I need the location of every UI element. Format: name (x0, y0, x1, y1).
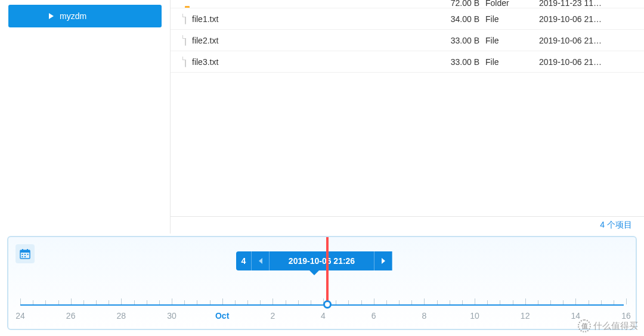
svg-rect-6 (24, 254, 26, 255)
svg-rect-8 (22, 256, 23, 257)
ruler-ticks (20, 297, 624, 304)
file-type: File (485, 14, 539, 24)
timeline-marker-line (326, 237, 329, 304)
file-size: 33.00 B (434, 57, 485, 67)
timeline-pill: 4 2019-10-06 21:26 (236, 251, 392, 270)
ruler-label: 12 (521, 311, 530, 321)
file-date: 2019-10-06 21… (539, 14, 634, 24)
ruler-label: 30 (167, 311, 177, 321)
prev-snapshot-button[interactable] (252, 251, 270, 270)
sidebar-item-label: myzdm (60, 11, 86, 21)
sidebar-item-myzdm[interactable]: myzdm (8, 5, 162, 27)
ruler-label: 10 (470, 311, 479, 321)
content-panel: 72.00 B Folder 2019-11-23 11… file1.txt … (170, 0, 644, 234)
table-row[interactable]: file1.txt 34.00 B File 2019-10-06 21… (171, 8, 644, 30)
file-list: 72.00 B Folder 2019-11-23 11… file1.txt … (171, 0, 644, 217)
file-type: File (485, 36, 539, 45)
svg-rect-2 (20, 250, 30, 253)
file-name: file3.txt (192, 57, 434, 67)
file-name: file1.txt (192, 14, 434, 24)
ruler-label: 6 (371, 311, 376, 321)
snapshot-count-badge: 4 (236, 251, 252, 270)
chevron-right-icon (49, 13, 54, 19)
next-snapshot-button[interactable] (374, 251, 392, 270)
ruler-label: 28 (117, 311, 126, 321)
calendar-icon (19, 248, 31, 260)
file-icon (185, 57, 186, 67)
file-date: 2019-10-06 21… (539, 57, 634, 67)
calendar-button[interactable] (16, 244, 35, 263)
file-date: 2019-10-06 21… (539, 36, 634, 45)
file-type: Folder (485, 0, 539, 8)
ruler-label: 26 (66, 311, 76, 321)
ruler-label: Oct (215, 311, 229, 321)
triangle-right-icon (380, 257, 386, 265)
ruler-label: 16 (621, 311, 631, 321)
table-row[interactable]: 72.00 B Folder 2019-11-23 11… (171, 0, 644, 8)
svg-rect-4 (27, 249, 28, 251)
item-count: 4 个项目 (600, 220, 632, 231)
table-row[interactable]: file3.txt 33.00 B File 2019-10-06 21… (171, 51, 644, 73)
timeline-marker-handle[interactable] (323, 300, 332, 309)
ruler-label: 24 (16, 311, 25, 321)
pill-pointer-icon (309, 270, 319, 275)
ruler-label: 14 (571, 311, 581, 321)
table-row[interactable]: file2.txt 33.00 B File 2019-10-06 21… (171, 30, 644, 51)
ruler-labels: 24262830Oct246810121416 (20, 311, 624, 323)
file-size: 34.00 B (434, 14, 485, 24)
ruler-label: 2 (270, 311, 275, 321)
file-name: file2.txt (192, 36, 434, 45)
ruler-label: 4 (321, 311, 326, 321)
file-size: 33.00 B (434, 36, 485, 45)
file-date: 2019-11-23 11… (539, 0, 634, 8)
file-size: 72.00 B (434, 0, 485, 8)
svg-rect-9 (24, 256, 26, 257)
svg-rect-3 (22, 249, 23, 251)
timeline-panel: 4 2019-10-06 21:26 24262830Oct2468101214… (7, 236, 637, 330)
file-type: File (485, 57, 539, 67)
triangle-left-icon (258, 257, 264, 265)
sidebar: myzdm (0, 0, 170, 234)
timeline-current-label: 2019-10-06 21:26 (270, 251, 374, 270)
svg-marker-0 (49, 13, 54, 19)
file-icon (185, 14, 186, 24)
svg-rect-7 (27, 254, 29, 255)
file-icon (185, 36, 186, 45)
svg-marker-10 (259, 258, 262, 264)
svg-marker-11 (382, 258, 385, 264)
ruler-baseline (20, 304, 624, 306)
status-bar: 4 个项目 (171, 217, 644, 234)
svg-rect-5 (22, 254, 23, 255)
ruler-label: 8 (422, 311, 426, 321)
timeline-ruler[interactable]: 24262830Oct246810121416 (20, 303, 624, 324)
